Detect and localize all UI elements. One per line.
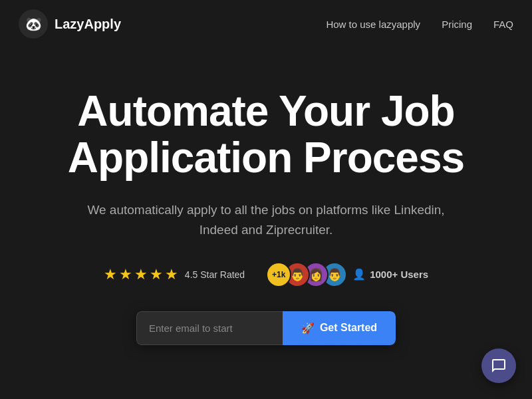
get-started-label: Get Started xyxy=(320,322,377,334)
star-3: ★ xyxy=(134,266,148,283)
chat-icon xyxy=(491,358,507,374)
get-started-button[interactable]: 🚀 Get Started xyxy=(283,311,396,345)
nav-pricing[interactable]: Pricing xyxy=(442,19,472,30)
user-icon: 👤 xyxy=(352,268,366,281)
star-5: ★ xyxy=(165,266,178,283)
star-label: 4.5 Star Rated xyxy=(185,269,245,280)
users-section: +1k 👨 👩 👨 👤 1000+ Users xyxy=(266,262,428,287)
chat-button[interactable] xyxy=(481,348,516,383)
navbar: 🐼 LazyApply How to use lazyapply Pricing… xyxy=(0,0,532,48)
users-count: 👤 1000+ Users xyxy=(352,268,428,281)
logo[interactable]: 🐼 LazyApply xyxy=(19,9,121,39)
star-1: ★ xyxy=(104,266,117,283)
star-2: ★ xyxy=(119,266,132,283)
hero-section: Automate Your Job Application Process We… xyxy=(0,48,532,345)
social-proof: ★ ★ ★ ★ ★ 4.5 Star Rated +1k 👨 👩 👨 👤 100… xyxy=(104,262,428,287)
rocket-icon: 🚀 xyxy=(301,322,315,334)
nav-how-to-use[interactable]: How to use lazyapply xyxy=(326,19,420,30)
hero-subtitle: We automatically apply to all the jobs o… xyxy=(73,200,459,241)
cta-row: 🚀 Get Started xyxy=(136,311,396,345)
logo-text: LazyApply xyxy=(55,17,121,32)
nav-links: How to use lazyapply Pricing FAQ xyxy=(326,19,513,30)
avatar-stack: +1k 👨 👩 👨 xyxy=(266,262,347,287)
star-4: ★ xyxy=(150,266,163,283)
stars: ★ ★ ★ ★ ★ xyxy=(104,266,178,283)
nav-faq[interactable]: FAQ xyxy=(493,19,513,30)
hero-title: Automate Your Job Application Process xyxy=(68,88,464,182)
avatar-plus: +1k xyxy=(266,262,291,287)
logo-icon: 🐼 xyxy=(19,9,48,39)
email-input[interactable] xyxy=(136,311,283,345)
star-rating: ★ ★ ★ ★ ★ 4.5 Star Rated xyxy=(104,266,245,283)
